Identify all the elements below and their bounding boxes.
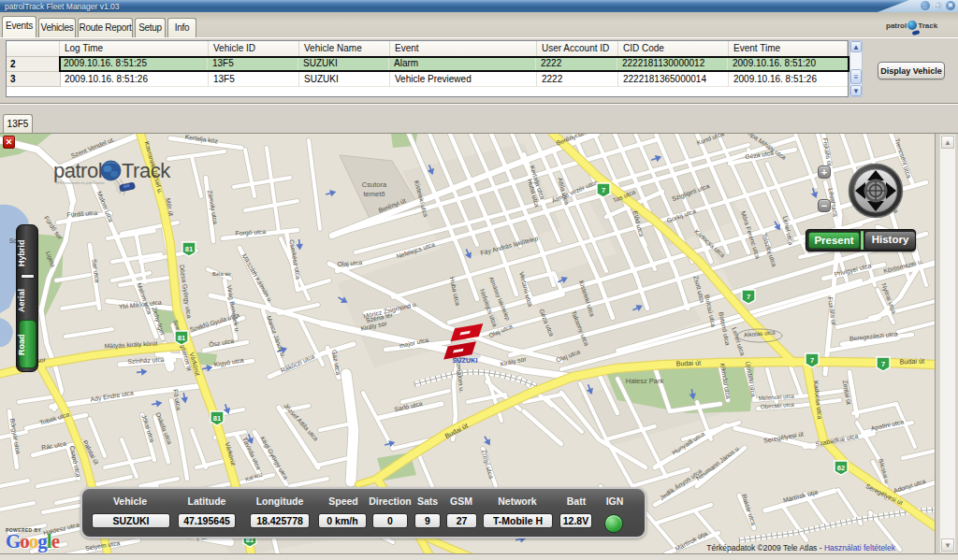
svg-text:81: 81 — [178, 334, 185, 342]
svg-text:Béla tér: Béla tér — [212, 271, 231, 277]
svg-text:GPS flottakövetés és járműköve: GPS flottakövetés és járműkövetés — [55, 181, 105, 185]
svg-text:Budai út: Budai út — [900, 357, 925, 366]
svg-text:Track: Track — [122, 159, 171, 182]
svg-text:81: 81 — [213, 414, 221, 423]
svg-text:62: 62 — [837, 464, 845, 472]
svg-text:Budai út: Budai út — [676, 359, 702, 368]
svg-text:Csutora: Csutora — [362, 180, 387, 189]
svg-text:patrol: patrol — [53, 159, 102, 182]
svg-text:7: 7 — [747, 293, 750, 301]
svg-text:Halesz Park: Halesz Park — [626, 377, 664, 385]
svg-text:temető: temető — [364, 190, 385, 198]
svg-text:7: 7 — [810, 356, 814, 365]
svg-text:81: 81 — [185, 245, 193, 253]
svg-text:SUZUKI: SUZUKI — [452, 357, 477, 364]
svg-text:7: 7 — [881, 360, 885, 368]
svg-text:7: 7 — [602, 186, 605, 194]
